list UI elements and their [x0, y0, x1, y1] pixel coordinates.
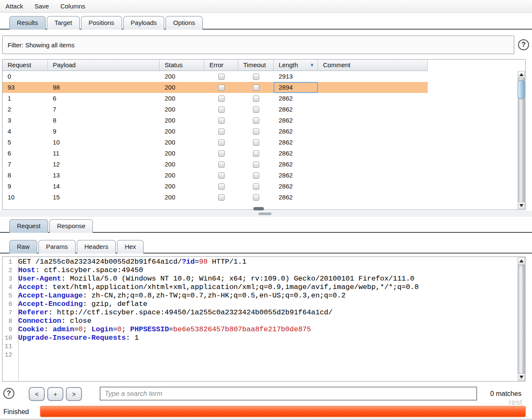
- search-prev-button[interactable]: <: [29, 387, 45, 401]
- menu-item-attack[interactable]: Attack: [5, 3, 23, 10]
- code-line: 10Upgrade-Insecure-Requests: 1: [3, 334, 517, 342]
- error-checkbox[interactable]: [218, 139, 225, 146]
- filter-bar[interactable]: Filter: Showing all items: [2, 35, 514, 54]
- code-segment: : 1: [126, 334, 139, 342]
- timeout-checkbox[interactable]: [253, 106, 259, 113]
- results-scrollbar[interactable]: [518, 71, 525, 209]
- timeout-checkbox[interactable]: [253, 194, 259, 201]
- line-number: 3: [3, 275, 15, 284]
- tab-target[interactable]: Target: [47, 16, 80, 30]
- code-segment: Accept-Language: [18, 292, 83, 300]
- line-number: 1: [3, 258, 15, 267]
- search-plus-button[interactable]: +: [47, 387, 63, 401]
- code-segment: HTTP/1.1: [208, 258, 247, 266]
- row-request-cell: 1: [3, 93, 48, 104]
- request-editor[interactable]: 1GET /1a255c0a2323424b0055d2b91f64a1cd/?…: [2, 256, 526, 382]
- scroll-up-button[interactable]: [518, 71, 525, 78]
- timeout-checkbox[interactable]: [253, 117, 259, 124]
- row-length-cell: 2862: [274, 137, 318, 148]
- help-icon[interactable]: ?: [3, 388, 14, 399]
- menu-item-columns[interactable]: Columns: [60, 3, 85, 10]
- tab-results[interactable]: Results: [9, 16, 46, 30]
- scroll-down-button[interactable]: [518, 374, 525, 381]
- tab-options[interactable]: Options: [166, 16, 203, 30]
- editor-scrollbar[interactable]: [518, 257, 525, 381]
- error-checkbox[interactable]: [218, 128, 225, 135]
- line-number: 7: [3, 309, 15, 317]
- tab-raw[interactable]: Raw: [9, 240, 37, 254]
- timeout-checkbox[interactable]: [253, 172, 259, 179]
- code-segment: =: [113, 325, 117, 333]
- error-checkbox[interactable]: [218, 172, 225, 179]
- column-header-status[interactable]: Status: [160, 60, 204, 71]
- divider-grip-top[interactable]: [253, 207, 264, 210]
- error-checkbox[interactable]: [218, 85, 225, 91]
- error-checkbox[interactable]: [218, 161, 225, 168]
- column-header-request[interactable]: Request: [3, 60, 48, 71]
- timeout-checkbox[interactable]: [253, 183, 259, 190]
- table-row[interactable]: 382002862: [3, 115, 428, 126]
- timeout-checkbox[interactable]: [253, 161, 259, 168]
- tab-headers[interactable]: Headers: [77, 240, 116, 254]
- error-checkbox[interactable]: [218, 74, 225, 80]
- line-content: User-Agent: Mozilla/5.0 (Windows NT 10.0…: [15, 275, 415, 283]
- search-next-button[interactable]: >: [66, 387, 82, 401]
- tab-payloads[interactable]: Payloads: [123, 16, 165, 30]
- scrollbar-thumb[interactable]: [518, 80, 525, 99]
- column-header-timeout[interactable]: Timeout: [238, 60, 274, 71]
- error-checkbox[interactable]: [218, 106, 225, 113]
- code-segment: : http://ctf.iscyber.space:49450/1a255c0…: [48, 308, 332, 316]
- column-header-label: Timeout: [243, 60, 266, 71]
- error-checkbox[interactable]: [218, 194, 225, 201]
- code-segment: Accept: [18, 283, 44, 291]
- help-icon[interactable]: ?: [518, 39, 529, 50]
- line-content: GET /1a255c0a2323424b0055d2b91f64a1cd/?i…: [15, 258, 247, 266]
- row-payload-cell: 9: [48, 126, 160, 137]
- table-row[interactable]: 272002862: [3, 104, 428, 115]
- divider-grip-handle[interactable]: [258, 213, 271, 215]
- tab-positions[interactable]: Positions: [81, 16, 122, 30]
- scroll-up-button[interactable]: [518, 257, 525, 265]
- column-header-payload[interactable]: Payload: [48, 60, 160, 71]
- code-segment: GET /1a255c0a2323424b0055d2b91f64a1cd/: [18, 258, 182, 266]
- timeout-checkbox[interactable]: [253, 150, 259, 157]
- row-payload-cell: [48, 71, 160, 82]
- intruder-attack-window: AttackSaveColumns ResultsTargetPositions…: [0, 0, 532, 420]
- row-error-cell: [204, 115, 238, 126]
- timeout-checkbox[interactable]: [253, 74, 259, 80]
- column-header-comment[interactable]: Comment: [318, 60, 428, 71]
- error-checkbox[interactable]: [218, 95, 225, 102]
- tab-request[interactable]: Request: [9, 219, 48, 233]
- error-checkbox[interactable]: [218, 150, 225, 157]
- table-row[interactable]: 9142002862: [3, 181, 428, 192]
- row-comment-cell: [318, 126, 428, 137]
- table-row[interactable]: 02002913: [3, 71, 428, 82]
- scrollbar-thumb[interactable]: [518, 265, 525, 374]
- table-row[interactable]: 93982002894: [3, 82, 428, 93]
- timeout-checkbox[interactable]: [253, 139, 259, 146]
- table-row[interactable]: 6112002862: [3, 148, 428, 159]
- column-header-length[interactable]: Length ▼: [274, 60, 318, 71]
- scroll-down-button[interactable]: [518, 202, 525, 209]
- error-checkbox[interactable]: [218, 183, 225, 190]
- table-row[interactable]: 7122002862: [3, 159, 428, 170]
- tab-params[interactable]: Params: [38, 240, 76, 254]
- menu-item-save[interactable]: Save: [35, 3, 49, 10]
- table-row[interactable]: 162002862: [3, 93, 428, 104]
- tab-response[interactable]: Response: [49, 219, 93, 233]
- column-header-error[interactable]: Error: [204, 60, 238, 71]
- table-row[interactable]: 492002862: [3, 126, 428, 137]
- search-input[interactable]: [100, 387, 477, 401]
- table-row[interactable]: 10152002862: [3, 192, 428, 203]
- table-row[interactable]: 8132002862: [3, 170, 428, 181]
- timeout-checkbox[interactable]: [253, 128, 259, 135]
- code-line: 5Accept-Language: zh-CN,zh;q=0.8,zh-TW;q…: [3, 292, 517, 300]
- row-request-cell: 7: [3, 159, 48, 170]
- table-row[interactable]: 5102002862: [3, 137, 428, 148]
- code-segment: 0: [79, 325, 83, 333]
- tab-hex[interactable]: Hex: [117, 240, 144, 254]
- timeout-checkbox[interactable]: [253, 95, 259, 102]
- timeout-checkbox[interactable]: [253, 85, 259, 91]
- error-checkbox[interactable]: [218, 117, 225, 124]
- code-line: 12: [3, 351, 517, 359]
